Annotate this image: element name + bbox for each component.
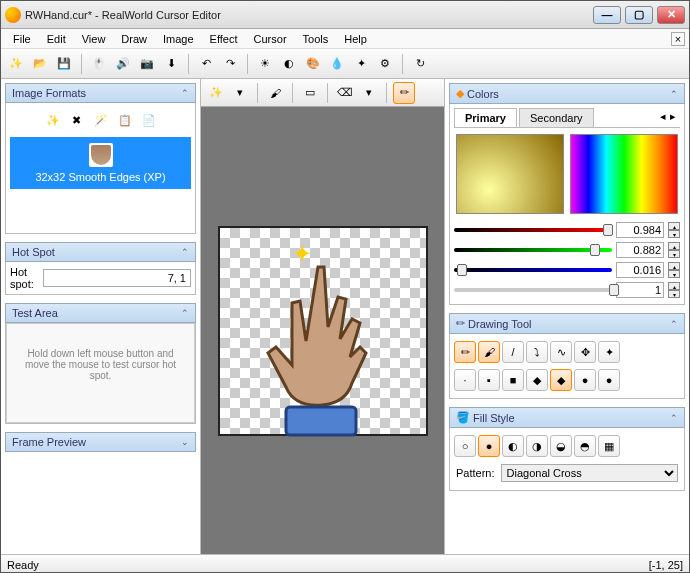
colors-header[interactable]: ◆ Colors ⌃ bbox=[449, 83, 685, 104]
tool-brush-icon[interactable]: 🖌 bbox=[478, 341, 500, 363]
editor-canvas[interactable]: ✦ bbox=[218, 226, 428, 436]
brush-circle2-icon[interactable]: ● bbox=[598, 369, 620, 391]
fill-solid-icon[interactable]: ● bbox=[478, 435, 500, 457]
menu-draw[interactable]: Draw bbox=[113, 31, 155, 47]
brush-large-icon[interactable]: ◆ bbox=[550, 369, 572, 391]
spin-up[interactable]: ▴ bbox=[668, 282, 680, 290]
tool-sound-icon[interactable]: 🔊 bbox=[112, 53, 134, 75]
fill-grad2-icon[interactable]: ◑ bbox=[526, 435, 548, 457]
fill-none-icon[interactable]: ○ bbox=[454, 435, 476, 457]
menu-cursor[interactable]: Cursor bbox=[246, 31, 295, 47]
fill-grad1-icon[interactable]: ◐ bbox=[502, 435, 524, 457]
fill-pattern-icon[interactable]: ▦ bbox=[598, 435, 620, 457]
frame-preview-header[interactable]: Frame Preview ⌄ bbox=[5, 432, 196, 452]
save-icon[interactable]: 💾 bbox=[53, 53, 75, 75]
slider-a-input[interactable] bbox=[616, 282, 664, 298]
brush-circle1-icon[interactable]: ● bbox=[574, 369, 596, 391]
format-copy-icon[interactable]: 📋 bbox=[114, 109, 136, 131]
menu-file[interactable]: File bbox=[5, 31, 39, 47]
tool-pencil-icon[interactable]: ✏ bbox=[454, 341, 476, 363]
hot-spot-label: Hot spot: bbox=[10, 266, 37, 290]
spin-up[interactable]: ▴ bbox=[668, 242, 680, 250]
eraser-drop-icon[interactable]: ▾ bbox=[358, 82, 380, 104]
menu-image[interactable]: Image bbox=[155, 31, 202, 47]
select-icon[interactable]: ▭ bbox=[299, 82, 321, 104]
test-area-canvas[interactable]: Hold down left mouse button and move the… bbox=[6, 323, 195, 423]
more-effects-icon[interactable]: ⚙ bbox=[374, 53, 396, 75]
brush-icon[interactable]: 🖌 bbox=[264, 82, 286, 104]
format-delete-icon[interactable]: ✖ bbox=[66, 109, 88, 131]
color-gradient-picker[interactable] bbox=[456, 134, 564, 214]
slider-r-input[interactable] bbox=[616, 222, 664, 238]
spin-down[interactable]: ▾ bbox=[668, 270, 680, 278]
dropdown-icon[interactable]: ▾ bbox=[229, 82, 251, 104]
menu-close-icon[interactable]: × bbox=[671, 32, 685, 46]
hot-spot-input[interactable] bbox=[43, 269, 191, 287]
pencil-active-icon[interactable]: ✏ bbox=[393, 82, 415, 104]
brush-med-icon[interactable]: ■ bbox=[502, 369, 524, 391]
spin-up[interactable]: ▴ bbox=[668, 222, 680, 230]
redo-icon[interactable]: ↷ bbox=[219, 53, 241, 75]
tool-star-icon[interactable]: ✦ bbox=[598, 341, 620, 363]
test-area-header[interactable]: Test Area ⌃ bbox=[5, 303, 196, 323]
contrast-icon[interactable]: ◐ bbox=[278, 53, 300, 75]
tab-next-icon[interactable]: ▸ bbox=[670, 110, 676, 125]
image-formats-header[interactable]: Image Formats ⌃ bbox=[5, 83, 196, 103]
rotate-icon[interactable]: ↻ bbox=[409, 53, 431, 75]
tab-prev-icon[interactable]: ◂ bbox=[660, 110, 666, 125]
spin-down[interactable]: ▾ bbox=[668, 230, 680, 238]
tool-record-icon[interactable]: 📷 bbox=[136, 53, 158, 75]
spin-up[interactable]: ▴ bbox=[668, 262, 680, 270]
format-add-icon[interactable]: ✨ bbox=[42, 109, 64, 131]
drawing-tool-header[interactable]: ✏ Drawing Tool ⌃ bbox=[449, 313, 685, 334]
format-item[interactable]: 32x32 Smooth Edges (XP) bbox=[10, 137, 191, 189]
menu-view[interactable]: View bbox=[74, 31, 114, 47]
hot-spot-header[interactable]: Hot Spot ⌃ bbox=[5, 242, 196, 262]
slider-g: ▴▾ bbox=[454, 240, 680, 260]
tool-curve-icon[interactable]: ∿ bbox=[550, 341, 572, 363]
hue-icon[interactable]: 🎨 bbox=[302, 53, 324, 75]
tab-primary[interactable]: Primary bbox=[454, 108, 517, 127]
tool-cursor-icon[interactable]: 🖱️ bbox=[88, 53, 110, 75]
brush-small-icon[interactable]: ▪ bbox=[478, 369, 500, 391]
eraser-icon[interactable]: ⌫ bbox=[334, 82, 356, 104]
menu-edit[interactable]: Edit bbox=[39, 31, 74, 47]
canvas-toolbar: ✨ ▾ 🖌 ▭ ⌫ ▾ ✏ bbox=[201, 79, 444, 107]
menu-effect[interactable]: Effect bbox=[202, 31, 246, 47]
tool-move-icon[interactable]: ✥ bbox=[574, 341, 596, 363]
pattern-select[interactable]: Diagonal Cross bbox=[501, 464, 678, 482]
brush-dot-icon[interactable]: · bbox=[454, 369, 476, 391]
minimize-button[interactable]: — bbox=[593, 6, 621, 24]
menubar: File Edit View Draw Image Effect Cursor … bbox=[1, 29, 689, 49]
tab-secondary[interactable]: Secondary bbox=[519, 108, 594, 127]
menu-tools[interactable]: Tools bbox=[295, 31, 337, 47]
slider-b: ▴▾ bbox=[454, 260, 680, 280]
fill-grad3-icon[interactable]: ◒ bbox=[550, 435, 572, 457]
fill-style-header[interactable]: 🪣 Fill Style ⌃ bbox=[449, 407, 685, 428]
chevron-icon: ⌃ bbox=[181, 308, 189, 318]
maximize-button[interactable]: ▢ bbox=[625, 6, 653, 24]
statusbar: Ready [-1, 25] bbox=[1, 554, 689, 573]
format-paste-icon[interactable]: 📄 bbox=[138, 109, 160, 131]
open-icon[interactable]: 📂 bbox=[29, 53, 51, 75]
chevron-icon: ⌃ bbox=[670, 413, 678, 423]
format-wand-icon[interactable]: 🪄 bbox=[90, 109, 112, 131]
tool-line-icon[interactable]: / bbox=[502, 341, 524, 363]
slider-g-input[interactable] bbox=[616, 242, 664, 258]
close-button[interactable]: ✕ bbox=[657, 6, 685, 24]
slider-b-input[interactable] bbox=[616, 262, 664, 278]
tool-download-icon[interactable]: ⬇ bbox=[160, 53, 182, 75]
sharpen-icon[interactable]: ✦ bbox=[350, 53, 372, 75]
color-hue-picker[interactable] bbox=[570, 134, 678, 214]
new-icon[interactable]: ✨ bbox=[5, 53, 27, 75]
undo-icon[interactable]: ↶ bbox=[195, 53, 217, 75]
menu-help[interactable]: Help bbox=[336, 31, 375, 47]
blur-icon[interactable]: 💧 bbox=[326, 53, 348, 75]
wand-icon[interactable]: ✨ bbox=[205, 82, 227, 104]
brightness-icon[interactable]: ☀ bbox=[254, 53, 276, 75]
fill-grad4-icon[interactable]: ◓ bbox=[574, 435, 596, 457]
spin-down[interactable]: ▾ bbox=[668, 290, 680, 298]
brush-diamond-icon[interactable]: ◆ bbox=[526, 369, 548, 391]
spin-down[interactable]: ▾ bbox=[668, 250, 680, 258]
tool-polyline-icon[interactable]: ⤵ bbox=[526, 341, 548, 363]
